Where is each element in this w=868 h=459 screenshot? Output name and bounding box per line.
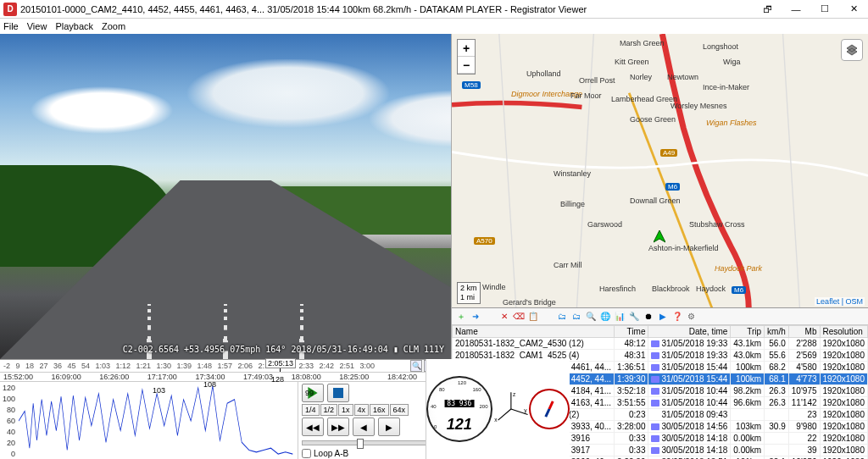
graph-point-label: 108 — [203, 380, 216, 389]
loop-ab-checkbox[interactable] — [302, 449, 311, 458]
seek-slider[interactable] — [302, 440, 438, 445]
table-cell: 31/05/2018 10:44 — [648, 385, 731, 397]
table-header[interactable]: Resolution — [820, 326, 868, 338]
seek-back-button[interactable]: ◀ — [353, 418, 375, 436]
toolbar-icon[interactable]: 📋 — [526, 310, 539, 323]
timeline-tick: 2:42 — [319, 362, 334, 370]
prev-frame-button[interactable]: ◀◀ — [302, 418, 324, 436]
table-cell: 20180531-1832_CAM2_4530 (12) — [453, 338, 615, 350]
toolbar-icon[interactable]: 🔧 — [627, 310, 640, 323]
menu-zoom[interactable]: Zoom — [102, 21, 125, 31]
toolbar-icon[interactable] — [541, 310, 554, 323]
map-place-label: Blackbrook — [652, 285, 690, 293]
table-cell: 2'288 — [788, 338, 820, 350]
minimize-button[interactable]: — — [782, 0, 810, 19]
speed-button[interactable]: 64x — [390, 404, 409, 416]
toolbar-icon[interactable]: 🌐 — [598, 310, 611, 323]
timeline-tick: 15:52:00 — [3, 373, 33, 381]
map-place-label: Stubshaw Cross — [689, 220, 745, 229]
table-header[interactable]: Date, time — [648, 326, 731, 338]
toolbar-icon[interactable]: ❓ — [670, 310, 683, 323]
timeline-tick: 2:06 — [237, 362, 253, 370]
timeline-cursor[interactable] — [280, 360, 281, 372]
table-cell: 30/05/2018 14:56 — [648, 421, 731, 433]
table-header[interactable]: km/h — [765, 326, 789, 338]
speed-button[interactable]: 16x — [370, 404, 389, 416]
speed-button[interactable]: 1x — [338, 404, 353, 416]
map-roads — [452, 34, 868, 308]
menu-view[interactable]: View — [27, 21, 47, 31]
timeline-tick: 36 — [53, 362, 62, 370]
timeline-major[interactable]: 15:52:0016:09:0016:26:0017:17:0017:34:00… — [0, 373, 451, 382]
toolbar-icon[interactable]: ▶ — [656, 310, 669, 323]
speed-button[interactable]: 4x — [354, 404, 370, 416]
menu-file[interactable]: File — [3, 21, 19, 31]
toolbar-icon[interactable]: ✕ — [498, 310, 510, 323]
seek-fwd-button[interactable]: ▶ — [378, 418, 400, 436]
map-zoom-control: + − — [457, 39, 476, 75]
map-place-label: Upholland — [526, 69, 561, 78]
toolbar-icon[interactable]: ⏺ — [642, 310, 654, 323]
table-cell: 1:39:30 — [615, 373, 648, 385]
table-cell: 43.0km — [731, 350, 765, 362]
toolbar-icon[interactable]: 📊 — [613, 310, 626, 323]
speed-graph[interactable]: 120100806040200 10310812899 — [0, 382, 298, 459]
table-cell: 56.0 — [765, 338, 789, 350]
toolbar-icon[interactable]: 🗂 — [555, 310, 568, 323]
graph-point-label: 99 — [305, 389, 314, 397]
svg-text:z: z — [513, 391, 516, 397]
compass — [529, 389, 570, 429]
timeline-minor[interactable]: -2918273645541:031:121:211:301:391:481:5… — [0, 360, 451, 373]
toolbar-icon[interactable]: 🔍 — [584, 310, 597, 323]
table-row[interactable]: 20180531-1832_CAM2_4530 (12)48:1231/05/2… — [453, 338, 868, 350]
table-header[interactable]: Trip — [731, 326, 765, 338]
map-place-label: Winstanley — [554, 169, 591, 178]
timeline-tick: 1:39 — [176, 362, 192, 370]
video-viewport[interactable]: C2-002.6564 +53.4956 075mph 164° 2018/05… — [0, 34, 451, 359]
menu-playback[interactable]: Playback — [55, 21, 93, 31]
map-place-label: Gerard's Bridge — [503, 298, 556, 307]
table-cell: 10'975 — [788, 385, 820, 397]
toolbar-icon[interactable]: ➜ — [469, 310, 481, 323]
toolbar-icon[interactable]: ⚙ — [685, 310, 698, 323]
yaxis-tick: 0 — [2, 450, 15, 458]
map-place-label: Lamberhead Green — [611, 95, 677, 103]
map-layers-icon[interactable] — [841, 39, 863, 61]
toolbar-icon[interactable]: ⌫ — [512, 310, 525, 323]
map-place-label: Norley — [630, 73, 652, 81]
yaxis-tick: 20 — [2, 439, 15, 447]
table-cell: 31/05/2018 19:33 — [648, 350, 731, 362]
table-header[interactable]: Mb — [788, 326, 820, 338]
speed-button[interactable]: 1/4 — [302, 404, 320, 416]
table-header[interactable]: Name — [453, 326, 615, 338]
table-cell: 26.3 — [765, 385, 789, 397]
speed-button[interactable]: 1/2 — [320, 404, 338, 416]
timeline-zoom-in-icon[interactable]: 🔍 — [410, 360, 422, 372]
map-zoom-out[interactable]: − — [458, 57, 475, 74]
table-cell: 3:28:00 — [615, 421, 648, 433]
toolbar-icon[interactable]: ＋ — [454, 310, 467, 323]
toolbar-icon[interactable]: 🗂 — [570, 310, 582, 323]
map-place-label: Billinge — [560, 200, 585, 208]
close-button[interactable]: ✕ — [839, 0, 868, 19]
window-title: 20150101-0000_CAM2_4410, 4452, 4455, 446… — [20, 4, 753, 14]
timeline-tick: 1:57 — [217, 362, 232, 370]
timeline-tick: 27 — [39, 362, 47, 370]
restore-down-aux-button[interactable]: 🗗 — [753, 0, 782, 19]
slider-thumb[interactable] — [357, 439, 364, 449]
table-cell: 4'773 — [788, 373, 820, 385]
map-zoom-in[interactable]: + — [458, 40, 475, 57]
table-cell: 101km — [731, 456, 765, 460]
map-attribution: Leaflet | OSM — [815, 297, 865, 306]
map-viewport[interactable]: Marsh GreenLongshootKitt GreenWigaUpholl… — [452, 34, 868, 308]
table-cell: 1920x1080 — [820, 362, 868, 373]
toolbar-icon[interactable] — [483, 310, 496, 323]
table-header[interactable]: Time — [615, 326, 648, 338]
timeline-tick: 1:12 — [115, 362, 131, 370]
next-frame-button[interactable]: ▶▶ — [327, 418, 349, 436]
table-cell: 1920x1080 — [820, 397, 868, 409]
stop-button[interactable] — [327, 384, 349, 402]
table-cell: 1920x1080 — [820, 385, 868, 397]
compass-needle — [545, 401, 554, 417]
maximize-button[interactable]: ☐ — [810, 0, 839, 19]
